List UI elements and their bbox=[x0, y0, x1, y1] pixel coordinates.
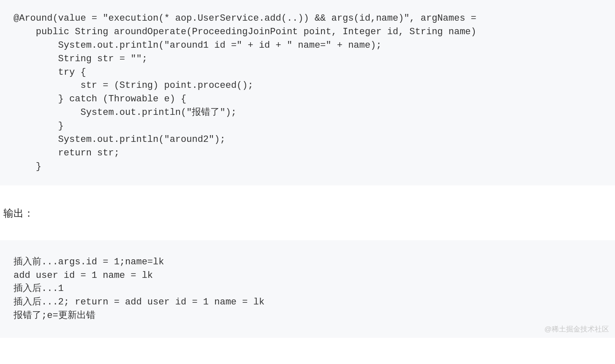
output-label: 输出： bbox=[0, 185, 615, 240]
code-line: System.out.println("around1 id =" + id +… bbox=[14, 40, 381, 51]
code-line: } bbox=[14, 161, 41, 172]
code-line: System.out.println("报错了"); bbox=[14, 107, 237, 118]
output-line: add user id = 1 name = lk bbox=[14, 270, 153, 281]
watermark-text: @稀土掘金技术社区 bbox=[544, 324, 609, 335]
code-line: System.out.println("around2"); bbox=[14, 134, 226, 145]
code-block-java: @Around(value = "execution(* aop.UserSer… bbox=[0, 0, 615, 185]
code-line: str = (String) point.proceed(); bbox=[14, 80, 253, 91]
code-line: try { bbox=[14, 67, 86, 78]
output-line: 插入后...2; return = add user id = 1 name =… bbox=[14, 297, 264, 307]
code-line: @Around(value = "execution(* aop.UserSer… bbox=[14, 13, 476, 24]
code-line: return str; bbox=[14, 148, 120, 158]
code-line: public String aroundOperate(ProceedingJo… bbox=[14, 27, 476, 37]
code-line: String str = ""; bbox=[14, 54, 147, 64]
code-line: } catch (Throwable e) { bbox=[14, 94, 186, 104]
output-line: 插入前...args.id = 1;name=lk bbox=[14, 257, 164, 267]
output-line: 插入后...1 bbox=[14, 283, 64, 294]
output-line: 报错了;e=更新出错 bbox=[14, 310, 95, 321]
code-line: } bbox=[14, 121, 64, 131]
output-block: 插入前...args.id = 1;name=lk add user id = … bbox=[0, 240, 615, 338]
